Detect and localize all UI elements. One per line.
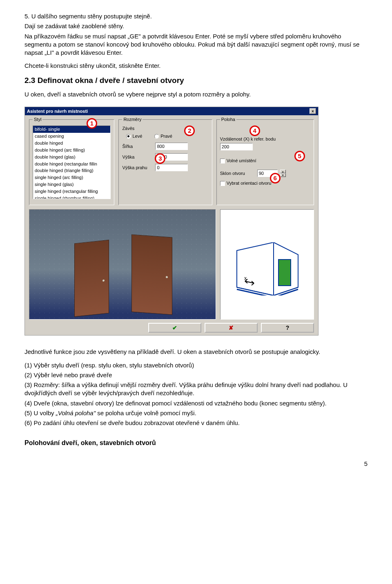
- after-l5: (5) U volby „Volná poloha" se poloha urč…: [24, 409, 368, 417]
- after-l2: (2) Výběr levé nebo pravé dveře: [24, 371, 368, 379]
- preview-door-right: [131, 235, 172, 315]
- dialog-titlebar: Asistent pro návrh místnosti ×: [25, 107, 318, 115]
- threshold-label: Výška prahu: [122, 165, 153, 171]
- intro-line-3: Na příkazovém řádku se musí napsat „GE" …: [24, 32, 368, 57]
- list-item[interactable]: double hinged (arc filling): [33, 147, 110, 154]
- dialog-title: Asistent pro návrh místnosti: [27, 108, 88, 114]
- list-item[interactable]: single hinged (rectangular filling: [33, 188, 110, 195]
- angle-spin-down[interactable]: ▼: [280, 173, 286, 177]
- svg-line-5: [252, 283, 254, 285]
- close-icon[interactable]: ×: [310, 108, 316, 114]
- after-l5-italic: „Volná poloha": [56, 409, 96, 416]
- orientation-label: Vybrat orientaci otvoru: [227, 181, 272, 186]
- width-label: Šířka: [122, 143, 153, 150]
- list-item[interactable]: bifold- single: [33, 126, 110, 133]
- badge-5: 5: [294, 151, 305, 161]
- radio-left-label: Levé: [132, 133, 142, 139]
- intro-line-2: Dají se zadávat také zaoblené stěny.: [24, 22, 368, 30]
- footer-heading: Polohování dveří, oken, stavebních otvor…: [24, 439, 368, 448]
- distance-input[interactable]: [220, 143, 253, 150]
- help-button[interactable]: ?: [261, 323, 314, 333]
- ok-button[interactable]: ✔: [148, 323, 201, 333]
- after-l1: (1) Výběr stylu dveří (resp. stylu oken,…: [24, 361, 368, 369]
- section-intro: U oken, dveří a stavebních otvorů se vyb…: [24, 90, 368, 98]
- angle-spin-up[interactable]: ▲: [280, 170, 286, 173]
- preview-3d: [29, 209, 216, 320]
- section-heading: 2.3 Definovat okna / dveře / stavební ot…: [24, 75, 368, 86]
- height-label: Výška: [122, 154, 153, 160]
- list-item[interactable]: double hinged (glas): [33, 154, 110, 161]
- group-style: Styl 1 bifold- single cased opening doub…: [29, 119, 114, 205]
- cancel-button[interactable]: ✘: [205, 323, 258, 333]
- legend-dimensions: Rozměry: [122, 116, 143, 123]
- after-l5b: se poloha určuje volně pomocí myši.: [96, 409, 196, 416]
- legend-position: Poloha: [220, 116, 236, 123]
- angle-label: Sklon otvoru: [220, 170, 255, 177]
- room-assistant-dialog: Asistent pro návrh místnosti × Styl 1 bi…: [24, 107, 318, 336]
- radio-right-label: Pravé: [160, 133, 172, 139]
- badge-3: 3: [155, 153, 165, 164]
- list-item[interactable]: single hinged (arc filling): [33, 174, 110, 181]
- threshold-input[interactable]: [155, 164, 188, 171]
- free-position-label: Volné umístění: [227, 158, 256, 163]
- badge-6: 6: [270, 173, 281, 183]
- hinge-label: Závěs: [122, 125, 208, 132]
- list-item[interactable]: double hinged (rectangular fillin: [33, 161, 110, 168]
- diagram-x-label: x: [244, 275, 247, 282]
- list-item[interactable]: cased opening: [33, 133, 110, 140]
- list-item[interactable]: double hinged (triangle filling): [33, 167, 110, 174]
- radio-right[interactable]: Pravé: [154, 133, 172, 139]
- svg-rect-0: [278, 260, 291, 286]
- preview-diagram: x: [220, 209, 314, 320]
- distance-label: Vzdálenost (X) k refer. bodu: [220, 136, 310, 142]
- list-item[interactable]: single hinged (rhombus filling): [33, 195, 110, 199]
- after-l3: (3) Rozměry: šířka a výška definují vněj…: [24, 381, 368, 398]
- list-item[interactable]: double hinged: [33, 140, 110, 147]
- group-dimensions: Rozměry 2 3 Závěs Levé Pravé Šířka Výška: [118, 119, 212, 205]
- after-l4: (4) Dveře (okna, stavební otvory) lze de…: [24, 399, 368, 407]
- width-input[interactable]: [155, 143, 188, 150]
- legend-style: Styl: [33, 116, 42, 123]
- after-intro: Jednotlivé funkce jsou zde vysvětleny na…: [24, 348, 368, 356]
- preview-door-left: [74, 240, 109, 317]
- page-number: 5: [24, 460, 368, 468]
- after-l6: (6) Po zadání úhlu otevření se dveře bud…: [24, 419, 368, 427]
- badge-4: 4: [249, 125, 260, 136]
- intro-line-1: 5. U dalšího segmentu stěny postupujte s…: [24, 12, 368, 20]
- after-l5a: (5) U volby: [24, 409, 56, 416]
- intro-line-4: Chcete-li konstrukci stěny ukončit, stis…: [24, 62, 368, 70]
- list-item[interactable]: single hinged (glas): [33, 181, 110, 188]
- diagram-svg: [233, 242, 302, 295]
- group-position: Poloha 4 5 6 Vzdálenost (X) k refer. bod…: [216, 119, 314, 205]
- orientation-check[interactable]: Vybrat orientaci otvoru: [220, 180, 310, 186]
- style-listbox[interactable]: bifold- single cased opening double hing…: [33, 125, 111, 199]
- radio-left[interactable]: Levé: [126, 133, 142, 139]
